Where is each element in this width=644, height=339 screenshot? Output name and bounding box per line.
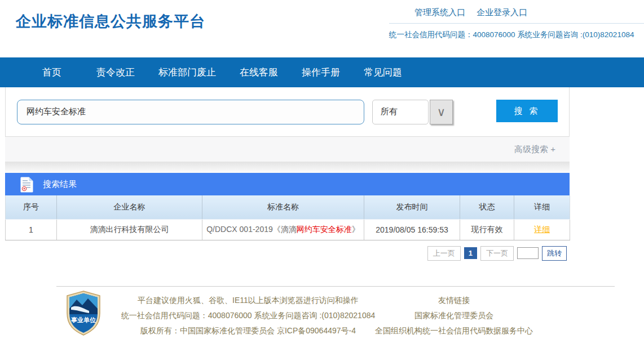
- site-footer: 事业单位 平台建议使用火狐、谷歌、IE11以上版本浏览器进行访问和操作 统一社会…: [0, 286, 644, 339]
- cell-standard: Q/DDCX 001-2019《滴滴网约车安全标准》: [202, 219, 364, 240]
- badge-label: 事业单位: [71, 316, 96, 323]
- nav-item-online-service[interactable]: 在线客服: [240, 66, 278, 79]
- filter-select[interactable]: 所有: [372, 100, 429, 124]
- divider-band: [5, 162, 570, 173]
- header-contact-info: 统一社会信用代码问题：4008076000 系统业务问题咨询 :(010)820…: [389, 24, 644, 40]
- table-header-row: 序号 企业名称 标准名称 发布时间 状态 详细: [6, 195, 570, 219]
- header-links: 管理系统入口 企业登录入口: [389, 0, 644, 24]
- footer-copyright-line: 版权所有：中国国家标准化管理委员会 京ICP备09064497号-4: [102, 323, 395, 338]
- footer-links-column: 友情链接 国家标准化管理委员会 全国组织机构统一社会信用代码数据服务中心: [361, 293, 547, 338]
- results-header: 搜索结果: [5, 173, 570, 195]
- footer-friend-links-title: 友情链接: [361, 293, 547, 308]
- enterprise-login-link[interactable]: 企业登录入口: [477, 7, 527, 18]
- page-jump-input[interactable]: [517, 247, 539, 259]
- pagination: 上一页 1 下一页 跳转: [5, 246, 570, 261]
- footer-content: 事业单位 平台建议使用火狐、谷歌、IE11以上版本浏览器进行访问和操作 统一社会…: [0, 287, 644, 339]
- cell-status: 现行有效: [460, 219, 514, 240]
- page-title: 企业标准信息公共服务平台: [16, 11, 205, 32]
- standard-name-highlight: 网约车安全标准: [297, 225, 352, 234]
- column-header-detail: 详细: [514, 195, 570, 219]
- admin-system-entry-link[interactable]: 管理系统入口: [414, 7, 465, 18]
- content-area: 所有 ∨ 搜 索 高级搜索 + 搜索结果: [5, 87, 570, 261]
- nav-item-manual[interactable]: 操作手册: [302, 66, 340, 79]
- current-page-button[interactable]: 1: [464, 247, 477, 259]
- column-header-index: 序号: [6, 195, 57, 219]
- header-right: 管理系统入口 企业登录入口 统一社会信用代码问题：4008076000 系统业务…: [389, 0, 644, 40]
- document-icon: [20, 176, 34, 193]
- cell-detail: 详细: [514, 219, 570, 240]
- search-panel: 所有 ∨ 搜 索: [5, 87, 570, 137]
- column-header-status: 状态: [460, 195, 514, 219]
- search-button[interactable]: 搜 索: [496, 100, 558, 122]
- table-row: 1 滴滴出行科技有限公司 Q/DDCX 001-2019《滴滴网约车安全标准》 …: [6, 219, 570, 240]
- main-nav: 首页 责令改正 标准部门废止 在线客服 操作手册 常见问题: [0, 57, 644, 87]
- footer-contact-line: 统一社会信用代码问题：4008076000 系统业务问题咨询 :(010)820…: [102, 308, 395, 323]
- advanced-search-toggle[interactable]: 高级搜索 +: [514, 144, 555, 155]
- standard-name-prefix: Q/DDCX 001-2019《滴滴: [206, 225, 297, 234]
- cell-publish-time: 2019/08/05 16:59:53: [364, 219, 460, 240]
- filter-dropdown-button[interactable]: ∨: [430, 100, 453, 124]
- search-input[interactable]: [17, 100, 364, 124]
- nav-item-standard-abolish[interactable]: 标准部门废止: [158, 66, 216, 79]
- filter-group: 所有 ∨: [372, 100, 453, 124]
- nav-item-faq[interactable]: 常见问题: [364, 66, 402, 79]
- footer-center-column: 平台建议使用火狐、谷歌、IE11以上版本浏览器进行访问和操作 统一社会信用代码问…: [102, 293, 395, 338]
- column-header-standard: 标准名称: [202, 195, 364, 219]
- nav-item-order-correction[interactable]: 责令改正: [96, 66, 135, 79]
- detail-link[interactable]: 详细: [534, 225, 550, 234]
- page-jump-button[interactable]: 跳转: [542, 246, 567, 261]
- nav-item-home[interactable]: 首页: [42, 66, 61, 79]
- standard-name-suffix: 》: [352, 225, 360, 234]
- footer-link-code-center[interactable]: 全国组织机构统一社会信用代码数据服务中心: [375, 326, 533, 335]
- footer-link-sac[interactable]: 国家标准化管理委员会: [414, 311, 493, 320]
- chevron-down-icon: ∨: [437, 105, 445, 119]
- results-table: 序号 企业名称 标准名称 发布时间 状态 详细 1 滴滴出行科技有限公司 Q/D…: [5, 195, 570, 240]
- column-header-publish-time: 发布时间: [364, 195, 460, 219]
- next-page-button[interactable]: 下一页: [480, 246, 514, 261]
- footer-browser-advice: 平台建议使用火狐、谷歌、IE11以上版本浏览器进行访问和操作: [102, 293, 395, 308]
- results-section-title: 搜索结果: [43, 179, 77, 190]
- prev-page-button[interactable]: 上一页: [427, 246, 461, 261]
- cell-index: 1: [6, 219, 57, 240]
- site-header: 企业标准信息公共服务平台 管理系统入口 企业登录入口 统一社会信用代码问题：40…: [0, 0, 644, 57]
- public-institution-badge-icon: 事业单位: [65, 291, 102, 338]
- advanced-search-row: 高级搜索 +: [5, 137, 570, 162]
- cell-company: 滴滴出行科技有限公司: [57, 219, 202, 240]
- column-header-company: 企业名称: [57, 195, 202, 219]
